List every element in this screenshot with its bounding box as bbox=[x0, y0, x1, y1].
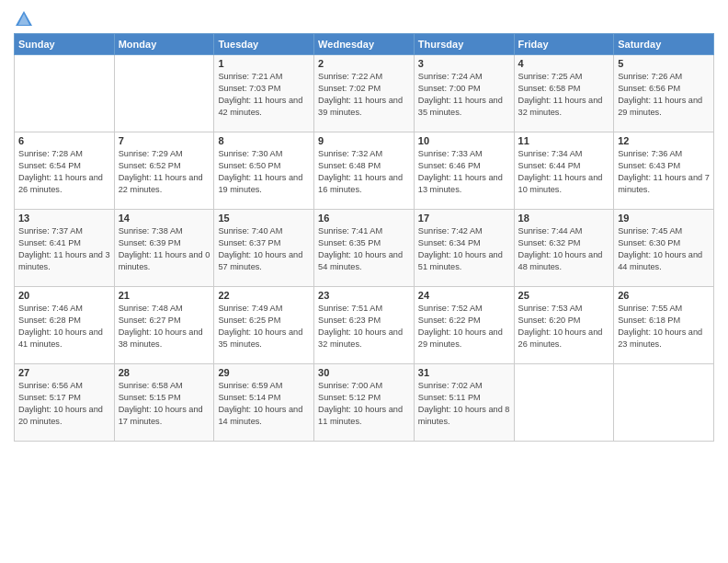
calendar-cell-w3d4: 24Sunrise: 7:52 AM Sunset: 6:22 PM Dayli… bbox=[414, 287, 514, 364]
calendar-cell-w1d6: 12Sunrise: 7:36 AM Sunset: 6:43 PM Dayli… bbox=[614, 132, 714, 210]
day-number: 4 bbox=[518, 58, 610, 69]
day-number: 28 bbox=[119, 367, 210, 378]
day-info: Sunrise: 7:28 AM Sunset: 6:54 PM Dayligh… bbox=[18, 148, 110, 196]
calendar-cell-w4d1: 28Sunrise: 6:58 AM Sunset: 5:15 PM Dayli… bbox=[114, 364, 214, 442]
calendar-cell-w2d2: 15Sunrise: 7:40 AM Sunset: 6:37 PM Dayli… bbox=[214, 210, 314, 287]
calendar-cell-w1d3: 9Sunrise: 7:32 AM Sunset: 6:48 PM Daylig… bbox=[314, 132, 415, 210]
calendar-cell-w4d3: 30Sunrise: 7:00 AM Sunset: 5:12 PM Dayli… bbox=[314, 364, 415, 442]
day-info: Sunrise: 7:45 AM Sunset: 6:30 PM Dayligh… bbox=[618, 225, 710, 273]
day-number: 7 bbox=[119, 135, 210, 146]
day-info: Sunrise: 7:00 AM Sunset: 5:12 PM Dayligh… bbox=[318, 380, 410, 428]
day-number: 29 bbox=[218, 367, 310, 378]
day-number: 10 bbox=[418, 135, 510, 146]
day-info: Sunrise: 7:30 AM Sunset: 6:50 PM Dayligh… bbox=[218, 148, 310, 196]
day-info: Sunrise: 7:21 AM Sunset: 7:03 PM Dayligh… bbox=[218, 71, 310, 119]
day-number: 16 bbox=[318, 213, 410, 224]
calendar-cell-w0d2: 1Sunrise: 7:21 AM Sunset: 7:03 PM Daylig… bbox=[214, 55, 314, 132]
weekday-header-sunday: Sunday bbox=[15, 34, 115, 55]
calendar-cell-w0d5: 4Sunrise: 7:25 AM Sunset: 6:58 PM Daylig… bbox=[514, 55, 614, 132]
day-number: 15 bbox=[218, 213, 310, 224]
day-number: 11 bbox=[518, 135, 610, 146]
calendar-cell-w3d6: 26Sunrise: 7:55 AM Sunset: 6:18 PM Dayli… bbox=[614, 287, 714, 364]
day-number: 2 bbox=[318, 58, 410, 69]
calendar-cell-w3d0: 20Sunrise: 7:46 AM Sunset: 6:28 PM Dayli… bbox=[15, 287, 115, 364]
calendar-cell-w2d5: 18Sunrise: 7:44 AM Sunset: 6:32 PM Dayli… bbox=[514, 210, 614, 287]
day-number: 23 bbox=[318, 290, 410, 301]
day-info: Sunrise: 7:38 AM Sunset: 6:39 PM Dayligh… bbox=[119, 225, 210, 273]
day-info: Sunrise: 7:49 AM Sunset: 6:25 PM Dayligh… bbox=[218, 303, 310, 350]
day-info: Sunrise: 7:02 AM Sunset: 5:11 PM Dayligh… bbox=[418, 380, 510, 428]
calendar-cell-w4d5 bbox=[514, 364, 614, 442]
day-number: 30 bbox=[318, 367, 410, 378]
day-number: 24 bbox=[418, 290, 510, 301]
day-info: Sunrise: 7:46 AM Sunset: 6:28 PM Dayligh… bbox=[18, 303, 110, 350]
day-info: Sunrise: 7:44 AM Sunset: 6:32 PM Dayligh… bbox=[518, 225, 610, 273]
day-number: 5 bbox=[618, 58, 710, 69]
day-info: Sunrise: 7:33 AM Sunset: 6:46 PM Dayligh… bbox=[418, 148, 510, 196]
weekday-header-wednesday: Wednesday bbox=[314, 34, 415, 55]
logo-icon bbox=[14, 9, 34, 29]
day-info: Sunrise: 7:24 AM Sunset: 7:00 PM Dayligh… bbox=[418, 71, 510, 119]
day-info: Sunrise: 7:36 AM Sunset: 6:43 PM Dayligh… bbox=[618, 148, 710, 196]
calendar-cell-w0d4: 3Sunrise: 7:24 AM Sunset: 7:00 PM Daylig… bbox=[414, 55, 514, 132]
calendar-cell-w0d3: 2Sunrise: 7:22 AM Sunset: 7:02 PM Daylig… bbox=[314, 55, 415, 132]
day-number: 18 bbox=[518, 213, 610, 224]
logo bbox=[14, 9, 38, 29]
day-number: 31 bbox=[418, 367, 510, 378]
day-info: Sunrise: 7:22 AM Sunset: 7:02 PM Dayligh… bbox=[318, 71, 410, 119]
calendar-cell-w0d6: 5Sunrise: 7:26 AM Sunset: 6:56 PM Daylig… bbox=[614, 55, 714, 132]
calendar-table: SundayMondayTuesdayWednesdayThursdayFrid… bbox=[14, 33, 714, 442]
day-info: Sunrise: 7:25 AM Sunset: 6:58 PM Dayligh… bbox=[518, 71, 610, 119]
day-info: Sunrise: 6:58 AM Sunset: 5:15 PM Dayligh… bbox=[119, 380, 210, 428]
calendar-cell-w3d1: 21Sunrise: 7:48 AM Sunset: 6:27 PM Dayli… bbox=[114, 287, 214, 364]
day-info: Sunrise: 7:37 AM Sunset: 6:41 PM Dayligh… bbox=[18, 225, 110, 273]
calendar-cell-w1d1: 7Sunrise: 7:29 AM Sunset: 6:52 PM Daylig… bbox=[114, 132, 214, 210]
calendar-cell-w1d5: 11Sunrise: 7:34 AM Sunset: 6:44 PM Dayli… bbox=[514, 132, 614, 210]
day-info: Sunrise: 6:59 AM Sunset: 5:14 PM Dayligh… bbox=[218, 380, 310, 428]
day-number: 14 bbox=[119, 213, 210, 224]
day-info: Sunrise: 7:42 AM Sunset: 6:34 PM Dayligh… bbox=[418, 225, 510, 273]
day-info: Sunrise: 7:34 AM Sunset: 6:44 PM Dayligh… bbox=[518, 148, 610, 196]
weekday-header-monday: Monday bbox=[114, 34, 214, 55]
calendar-cell-w2d3: 16Sunrise: 7:41 AM Sunset: 6:35 PM Dayli… bbox=[314, 210, 415, 287]
day-number: 13 bbox=[18, 213, 110, 224]
day-number: 20 bbox=[18, 290, 110, 301]
weekday-header-saturday: Saturday bbox=[614, 34, 714, 55]
calendar-cell-w4d0: 27Sunrise: 6:56 AM Sunset: 5:17 PM Dayli… bbox=[15, 364, 115, 442]
day-number: 26 bbox=[618, 290, 710, 301]
day-number: 1 bbox=[218, 58, 310, 69]
day-info: Sunrise: 7:52 AM Sunset: 6:22 PM Dayligh… bbox=[418, 303, 510, 350]
calendar-cell-w4d2: 29Sunrise: 6:59 AM Sunset: 5:14 PM Dayli… bbox=[214, 364, 314, 442]
calendar-cell-w3d3: 23Sunrise: 7:51 AM Sunset: 6:23 PM Dayli… bbox=[314, 287, 415, 364]
day-info: Sunrise: 7:29 AM Sunset: 6:52 PM Dayligh… bbox=[119, 148, 210, 196]
calendar-cell-w1d4: 10Sunrise: 7:33 AM Sunset: 6:46 PM Dayli… bbox=[414, 132, 514, 210]
day-info: Sunrise: 7:53 AM Sunset: 6:20 PM Dayligh… bbox=[518, 303, 610, 350]
day-number: 21 bbox=[119, 290, 210, 301]
calendar-cell-w1d2: 8Sunrise: 7:30 AM Sunset: 6:50 PM Daylig… bbox=[214, 132, 314, 210]
day-info: Sunrise: 7:26 AM Sunset: 6:56 PM Dayligh… bbox=[618, 71, 710, 119]
day-number: 19 bbox=[618, 213, 710, 224]
day-info: Sunrise: 7:48 AM Sunset: 6:27 PM Dayligh… bbox=[119, 303, 210, 350]
day-info: Sunrise: 7:40 AM Sunset: 6:37 PM Dayligh… bbox=[218, 225, 310, 273]
day-info: Sunrise: 7:32 AM Sunset: 6:48 PM Dayligh… bbox=[318, 148, 410, 196]
day-number: 9 bbox=[318, 135, 410, 146]
weekday-header-friday: Friday bbox=[514, 34, 614, 55]
calendar-cell-w2d0: 13Sunrise: 7:37 AM Sunset: 6:41 PM Dayli… bbox=[15, 210, 115, 287]
weekday-header-thursday: Thursday bbox=[414, 34, 514, 55]
day-number: 3 bbox=[418, 58, 510, 69]
day-number: 6 bbox=[18, 135, 110, 146]
day-number: 17 bbox=[418, 213, 510, 224]
calendar-cell-w2d6: 19Sunrise: 7:45 AM Sunset: 6:30 PM Dayli… bbox=[614, 210, 714, 287]
day-number: 22 bbox=[218, 290, 310, 301]
calendar-cell-w1d0: 6Sunrise: 7:28 AM Sunset: 6:54 PM Daylig… bbox=[15, 132, 115, 210]
calendar-cell-w4d4: 31Sunrise: 7:02 AM Sunset: 5:11 PM Dayli… bbox=[414, 364, 514, 442]
day-info: Sunrise: 7:41 AM Sunset: 6:35 PM Dayligh… bbox=[318, 225, 410, 273]
calendar-cell-w0d0 bbox=[15, 55, 115, 132]
day-number: 25 bbox=[518, 290, 610, 301]
calendar-cell-w3d5: 25Sunrise: 7:53 AM Sunset: 6:20 PM Dayli… bbox=[514, 287, 614, 364]
day-number: 12 bbox=[618, 135, 710, 146]
weekday-header-tuesday: Tuesday bbox=[214, 34, 314, 55]
calendar-cell-w4d6 bbox=[614, 364, 714, 442]
day-info: Sunrise: 7:55 AM Sunset: 6:18 PM Dayligh… bbox=[618, 303, 710, 350]
calendar-cell-w3d2: 22Sunrise: 7:49 AM Sunset: 6:25 PM Dayli… bbox=[214, 287, 314, 364]
